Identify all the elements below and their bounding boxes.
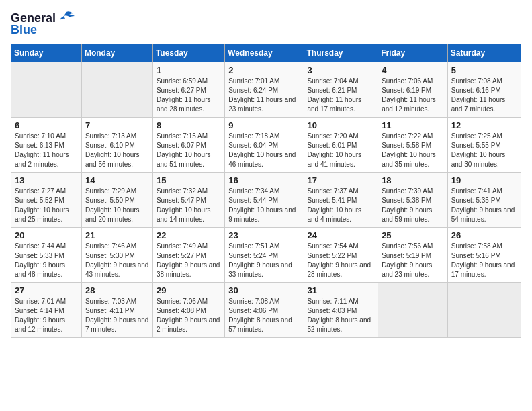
day-number: 17 — [308, 175, 375, 185]
day-info: Sunrise: 7:01 AMSunset: 4:14 PMDaylight:… — [15, 297, 78, 334]
weekday-header-tuesday: Tuesday — [152, 44, 224, 62]
calendar-cell — [378, 283, 448, 338]
calendar-cell: 14 Sunrise: 7:29 AMSunset: 5:50 PMDaylig… — [81, 173, 152, 228]
day-info: Sunrise: 7:03 AMSunset: 4:11 PMDaylight:… — [85, 297, 149, 334]
calendar-cell: 9 Sunrise: 7:18 AMSunset: 6:04 PMDayligh… — [225, 118, 304, 173]
calendar-cell — [81, 62, 152, 118]
page-header: General Blue — [11, 11, 521, 37]
day-info: Sunrise: 7:29 AMSunset: 5:50 PMDaylight:… — [85, 187, 149, 224]
day-number: 2 — [228, 65, 300, 75]
calendar-cell: 6 Sunrise: 7:10 AMSunset: 6:13 PMDayligh… — [11, 118, 82, 173]
weekday-header-thursday: Thursday — [304, 44, 378, 62]
day-number: 20 — [15, 230, 78, 240]
weekday-header-sunday: Sunday — [11, 44, 82, 62]
day-number: 3 — [308, 65, 375, 75]
day-info: Sunrise: 7:18 AMSunset: 6:04 PMDaylight:… — [228, 132, 300, 169]
day-info: Sunrise: 7:13 AMSunset: 6:10 PMDaylight:… — [85, 132, 149, 169]
day-info: Sunrise: 7:20 AMSunset: 6:01 PMDaylight:… — [308, 132, 375, 169]
day-number: 15 — [157, 175, 221, 185]
calendar-cell: 17 Sunrise: 7:37 AMSunset: 5:41 PMDaylig… — [304, 173, 378, 228]
day-info: Sunrise: 7:25 AMSunset: 5:55 PMDaylight:… — [451, 132, 517, 169]
day-number: 21 — [85, 230, 149, 240]
day-info: Sunrise: 7:44 AMSunset: 5:33 PMDaylight:… — [15, 242, 78, 279]
calendar-cell: 25 Sunrise: 7:56 AMSunset: 5:19 PMDaylig… — [378, 228, 448, 283]
day-number: 14 — [85, 175, 149, 185]
calendar-week-2: 6 Sunrise: 7:10 AMSunset: 6:13 PMDayligh… — [11, 118, 521, 173]
calendar-cell: 3 Sunrise: 7:04 AMSunset: 6:21 PMDayligh… — [304, 62, 378, 118]
calendar-cell: 5 Sunrise: 7:08 AMSunset: 6:16 PMDayligh… — [447, 62, 521, 118]
calendar-table: SundayMondayTuesdayWednesdayThursdayFrid… — [11, 44, 521, 338]
calendar-cell: 16 Sunrise: 7:34 AMSunset: 5:44 PMDaylig… — [225, 173, 304, 228]
day-number: 29 — [157, 285, 221, 295]
day-info: Sunrise: 7:37 AMSunset: 5:41 PMDaylight:… — [308, 187, 375, 224]
calendar-week-1: 1 Sunrise: 6:59 AMSunset: 6:27 PMDayligh… — [11, 62, 521, 118]
day-info: Sunrise: 7:22 AMSunset: 5:58 PMDaylight:… — [382, 132, 444, 169]
calendar-cell: 13 Sunrise: 7:27 AMSunset: 5:52 PMDaylig… — [11, 173, 82, 228]
day-info: Sunrise: 7:49 AMSunset: 5:27 PMDaylight:… — [157, 242, 221, 279]
day-number: 11 — [382, 120, 444, 130]
day-info: Sunrise: 7:06 AMSunset: 6:19 PMDaylight:… — [382, 77, 444, 114]
day-info: Sunrise: 7:51 AMSunset: 5:24 PMDaylight:… — [228, 242, 300, 279]
day-info: Sunrise: 7:41 AMSunset: 5:35 PMDaylight:… — [451, 187, 517, 224]
day-number: 23 — [228, 230, 300, 240]
day-info: Sunrise: 6:59 AMSunset: 6:27 PMDaylight:… — [157, 77, 221, 114]
day-number: 28 — [85, 285, 149, 295]
calendar-cell: 15 Sunrise: 7:32 AMSunset: 5:47 PMDaylig… — [152, 173, 224, 228]
logo-blue-text: Blue — [11, 23, 37, 37]
day-info: Sunrise: 7:06 AMSunset: 4:08 PMDaylight:… — [157, 297, 221, 334]
day-number: 16 — [228, 175, 300, 185]
weekday-header-saturday: Saturday — [447, 44, 521, 62]
calendar-cell: 28 Sunrise: 7:03 AMSunset: 4:11 PMDaylig… — [81, 283, 152, 338]
day-number: 13 — [15, 175, 78, 185]
calendar-cell: 30 Sunrise: 7:08 AMSunset: 4:06 PMDaylig… — [225, 283, 304, 338]
calendar-week-4: 20 Sunrise: 7:44 AMSunset: 5:33 PMDaylig… — [11, 228, 521, 283]
day-number: 7 — [85, 120, 149, 130]
day-info: Sunrise: 7:01 AMSunset: 6:24 PMDaylight:… — [228, 77, 300, 114]
day-info: Sunrise: 7:15 AMSunset: 6:07 PMDaylight:… — [157, 132, 221, 169]
calendar-cell: 4 Sunrise: 7:06 AMSunset: 6:19 PMDayligh… — [378, 62, 448, 118]
calendar-cell: 1 Sunrise: 6:59 AMSunset: 6:27 PMDayligh… — [152, 62, 224, 118]
calendar-cell: 18 Sunrise: 7:39 AMSunset: 5:38 PMDaylig… — [378, 173, 448, 228]
calendar-cell: 2 Sunrise: 7:01 AMSunset: 6:24 PMDayligh… — [225, 62, 304, 118]
day-info: Sunrise: 7:08 AMSunset: 6:16 PMDaylight:… — [451, 77, 517, 114]
day-number: 6 — [15, 120, 78, 130]
day-info: Sunrise: 7:27 AMSunset: 5:52 PMDaylight:… — [15, 187, 78, 224]
day-number: 4 — [382, 65, 444, 75]
day-number: 12 — [451, 120, 517, 130]
calendar-cell: 22 Sunrise: 7:49 AMSunset: 5:27 PMDaylig… — [152, 228, 224, 283]
calendar-cell: 26 Sunrise: 7:58 AMSunset: 5:16 PMDaylig… — [447, 228, 521, 283]
day-number: 26 — [451, 230, 517, 240]
day-number: 27 — [15, 285, 78, 295]
day-number: 25 — [382, 230, 444, 240]
day-number: 22 — [157, 230, 221, 240]
weekday-header-monday: Monday — [81, 44, 152, 62]
calendar-cell: 31 Sunrise: 7:11 AMSunset: 4:03 PMDaylig… — [304, 283, 378, 338]
calendar-cell: 12 Sunrise: 7:25 AMSunset: 5:55 PMDaylig… — [447, 118, 521, 173]
calendar-cell: 10 Sunrise: 7:20 AMSunset: 6:01 PMDaylig… — [304, 118, 378, 173]
day-number: 8 — [157, 120, 221, 130]
calendar-cell — [447, 283, 521, 338]
calendar-cell — [11, 62, 82, 118]
day-number: 5 — [451, 65, 517, 75]
day-info: Sunrise: 7:54 AMSunset: 5:22 PMDaylight:… — [308, 242, 375, 279]
day-info: Sunrise: 7:46 AMSunset: 5:30 PMDaylight:… — [85, 242, 149, 279]
calendar-cell: 29 Sunrise: 7:06 AMSunset: 4:08 PMDaylig… — [152, 283, 224, 338]
calendar-cell: 20 Sunrise: 7:44 AMSunset: 5:33 PMDaylig… — [11, 228, 82, 283]
day-number: 9 — [228, 120, 300, 130]
calendar-cell: 21 Sunrise: 7:46 AMSunset: 5:30 PMDaylig… — [81, 228, 152, 283]
day-number: 10 — [308, 120, 375, 130]
day-info: Sunrise: 7:39 AMSunset: 5:38 PMDaylight:… — [382, 187, 444, 224]
day-info: Sunrise: 7:04 AMSunset: 6:21 PMDaylight:… — [308, 77, 375, 114]
weekday-header-wednesday: Wednesday — [225, 44, 304, 62]
day-info: Sunrise: 7:32 AMSunset: 5:47 PMDaylight:… — [157, 187, 221, 224]
calendar-cell: 23 Sunrise: 7:51 AMSunset: 5:24 PMDaylig… — [225, 228, 304, 283]
calendar-week-5: 27 Sunrise: 7:01 AMSunset: 4:14 PMDaylig… — [11, 283, 521, 338]
day-number: 19 — [451, 175, 517, 185]
calendar-cell: 24 Sunrise: 7:54 AMSunset: 5:22 PMDaylig… — [304, 228, 378, 283]
day-number: 31 — [308, 285, 375, 295]
day-number: 1 — [157, 65, 221, 75]
calendar-cell: 19 Sunrise: 7:41 AMSunset: 5:35 PMDaylig… — [447, 173, 521, 228]
calendar-cell: 7 Sunrise: 7:13 AMSunset: 6:10 PMDayligh… — [81, 118, 152, 173]
calendar-cell: 11 Sunrise: 7:22 AMSunset: 5:58 PMDaylig… — [378, 118, 448, 173]
day-info: Sunrise: 7:34 AMSunset: 5:44 PMDaylight:… — [228, 187, 300, 224]
